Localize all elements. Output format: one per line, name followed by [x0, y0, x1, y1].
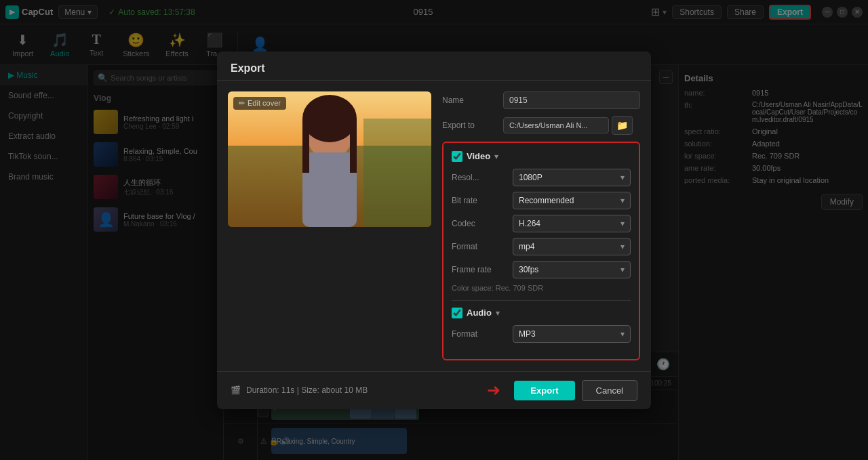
export-settings-panel: Video ▾ Resol... 1080P ▾ Bit rate	[442, 142, 640, 360]
video-section-title: Video	[467, 151, 490, 161]
name-row: Name	[442, 91, 640, 109]
dialog-header: Export	[217, 51, 651, 81]
arrow-indicator: ➜	[487, 381, 500, 400]
video-format-label: Format	[452, 242, 513, 251]
export-dialog: Export	[217, 51, 651, 409]
browse-folder-button[interactable]: 📁	[612, 116, 633, 135]
film-icon: 🎬	[231, 385, 241, 395]
duration-size-info: Duration: 11s | Size: about 10 MB	[246, 385, 368, 395]
dialog-preview: ✏ ✏ Edit cover Edit cover	[228, 91, 431, 360]
format-row: Format mp4 ▾	[452, 238, 631, 255]
export-btn-container: ➜ Export	[514, 381, 574, 400]
audio-section: Audio ▾ Format MP3 ▾	[452, 308, 631, 343]
video-format-select[interactable]: mp4 ▾	[513, 238, 631, 255]
export-dialog-overlay: Export	[0, 0, 868, 460]
bitrate-arrow: ▾	[620, 196, 625, 205]
video-format-arrow: ▾	[620, 242, 625, 251]
dialog-actions: ➜ Export Cancel	[514, 380, 637, 401]
video-enabled-checkbox[interactable]	[452, 151, 462, 162]
bitrate-row: Bit rate Recommended ▾	[452, 192, 631, 209]
name-input[interactable]	[503, 91, 640, 109]
audio-format-arrow: ▾	[620, 329, 625, 339]
audio-enabled-checkbox[interactable]	[452, 308, 462, 318]
audio-format-value: MP3	[519, 329, 536, 339]
export-to-path: 📁	[503, 116, 633, 135]
dialog-cancel-button[interactable]: Cancel	[582, 380, 637, 401]
video-section-arrow: ▾	[494, 152, 498, 161]
export-to-row: Export to 📁	[442, 116, 640, 135]
bitrate-label: Bit rate	[452, 196, 513, 205]
resolution-select[interactable]: 1080P ▾	[513, 169, 631, 186]
audio-section-title: Audio	[467, 308, 492, 318]
resolution-value: 1080P	[519, 173, 542, 182]
colorspace-note: Color space: Rec. 709 SDR	[452, 284, 631, 292]
audio-section-arrow: ▾	[496, 308, 500, 318]
framerate-select[interactable]: 30fps ▾	[513, 261, 631, 278]
dialog-export-button[interactable]: Export	[514, 381, 574, 400]
framerate-label: Frame rate	[452, 265, 513, 274]
resolution-row: Resol... 1080P ▾	[452, 169, 631, 186]
dialog-body: ✏ ✏ Edit cover Edit cover Name Export to	[217, 81, 651, 371]
codec-value: H.264	[519, 219, 540, 228]
export-to-label: Export to	[442, 121, 503, 130]
section-divider	[452, 300, 631, 301]
dialog-info: 🎬 Duration: 11s | Size: about 10 MB	[231, 385, 368, 395]
codec-select[interactable]: H.264 ▾	[513, 215, 631, 232]
video-format-value: mp4	[519, 242, 534, 251]
video-section-header: Video ▾	[452, 151, 631, 162]
framerate-value: 30fps	[519, 265, 538, 274]
svg-rect-4	[302, 152, 357, 227]
framerate-arrow: ▾	[620, 265, 625, 274]
audio-format-select[interactable]: MP3 ▾	[513, 325, 631, 343]
framerate-row: Frame rate 30fps ▾	[452, 261, 631, 278]
svg-point-5	[302, 95, 357, 142]
svg-rect-6	[302, 119, 309, 173]
codec-label: Codec	[452, 219, 513, 228]
svg-rect-2	[363, 119, 431, 227]
dialog-footer: 🎬 Duration: 11s | Size: about 10 MB ➜ Ex…	[217, 371, 651, 409]
dialog-form: Name Export to 📁	[442, 91, 640, 360]
bitrate-value: Recommended	[519, 196, 574, 205]
codec-arrow: ▾	[620, 219, 625, 228]
preview-image-container: ✏ ✏ Edit cover Edit cover	[228, 91, 431, 227]
portrait-svg	[228, 91, 431, 227]
dialog-title: Export	[231, 62, 265, 74]
audio-format-label: Format	[452, 329, 513, 339]
audio-section-header: Audio ▾	[452, 308, 631, 318]
resolution-arrow: ▾	[620, 173, 625, 182]
svg-rect-7	[350, 119, 357, 173]
edit-icon: ✏	[239, 99, 245, 108]
export-path-input[interactable]	[503, 117, 609, 133]
edit-cover-button[interactable]: ✏ ✏ Edit cover Edit cover	[233, 97, 286, 110]
audio-format-row: Format MP3 ▾	[452, 325, 631, 343]
codec-row: Codec H.264 ▾	[452, 215, 631, 232]
resolution-label: Resol...	[452, 173, 513, 182]
name-label: Name	[442, 96, 503, 105]
bitrate-select[interactable]: Recommended ▾	[513, 192, 631, 209]
video-section: Video ▾ Resol... 1080P ▾ Bit rate	[452, 151, 631, 292]
